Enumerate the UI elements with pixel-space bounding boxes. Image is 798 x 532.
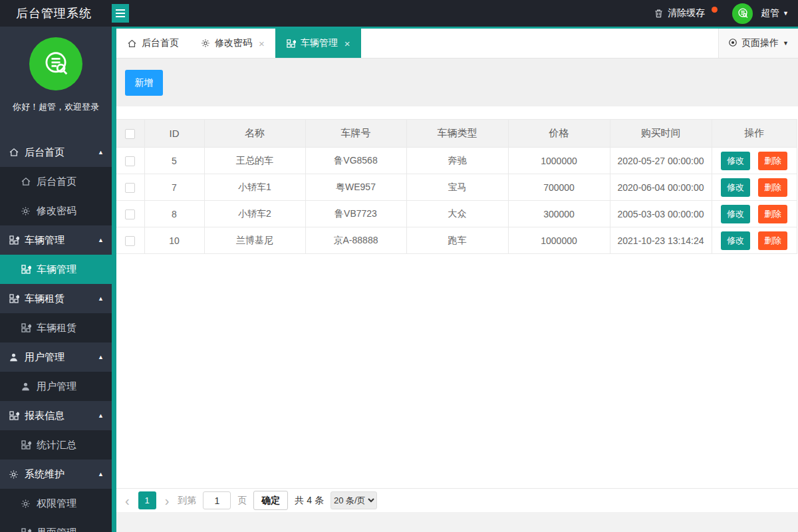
home-icon: [20, 176, 31, 188]
sidebar-toggle-button[interactable]: [112, 4, 129, 23]
target-icon: [728, 38, 737, 49]
cell-price: 1000000: [508, 227, 610, 254]
sidebar-item-permission-mgmt[interactable]: 权限管理: [0, 489, 112, 518]
cell-time: 2021-10-23 13:14:24: [610, 227, 712, 254]
sidebar-item-vehicle-rental-parent[interactable]: 车辆租赁 ▲: [0, 284, 112, 313]
edit-button[interactable]: 修改: [721, 178, 750, 197]
cell-id: 10: [144, 227, 204, 254]
column-header-id: ID: [144, 120, 204, 148]
home-icon: [127, 39, 137, 49]
tab-home[interactable]: 后台首页: [116, 29, 190, 58]
close-icon[interactable]: ×: [344, 38, 350, 49]
bottom-strip: [116, 512, 798, 532]
page-input[interactable]: [203, 491, 231, 509]
sidebar-item-interface-mgmt[interactable]: 界面管理: [0, 518, 112, 532]
cell-id: 5: [144, 148, 204, 174]
welcome-text: 你好！超管，欢迎登录: [0, 101, 112, 113]
edit-button[interactable]: 修改: [721, 152, 750, 170]
sidebar: 你好！超管，欢迎登录 后台首页 ▲ 后台首页 修改密码 车辆管理 ▲ 车辆管理: [0, 27, 112, 532]
delete-button[interactable]: 删除: [758, 205, 787, 223]
column-header-time: 购买时间: [610, 120, 712, 148]
gear-icon: [8, 469, 19, 480]
cell-plate: 粤WE957: [305, 174, 406, 201]
goto-suffix-label: 页: [237, 495, 247, 507]
delete-button[interactable]: 删除: [758, 152, 787, 170]
vehicle-table: ID 名称 车牌号 车辆类型 价格 购买时间 操作 5 王总的车 鲁VG856: [116, 119, 797, 254]
username: 超管: [761, 7, 779, 19]
next-page-icon[interactable]: ›: [163, 494, 172, 507]
row-checkbox[interactable]: [125, 236, 135, 246]
caret-down-icon: ▼: [783, 10, 789, 17]
cell-price: 700000: [508, 174, 610, 201]
top-header: 后台管理系统 清除缓存 超管 ▼: [0, 0, 798, 27]
gear-icon: [20, 498, 31, 509]
cell-name: 兰博基尼: [204, 227, 305, 254]
table-row: 8 小轿车2 鲁VB7723 大众 300000 2005-03-03 00:0…: [116, 201, 797, 227]
page-size-select[interactable]: 20 条/页: [331, 491, 377, 509]
collapse-arrow-icon: ▲: [98, 237, 104, 243]
user-icon: [20, 381, 31, 392]
sidebar-item-label: 车辆租赁: [37, 322, 76, 334]
sidebar-item-vehicle-rental[interactable]: 车辆租赁: [0, 313, 112, 342]
sidebar-item-user-mgmt[interactable]: 用户管理: [0, 372, 112, 401]
add-button[interactable]: 新增: [125, 70, 163, 96]
user-dropdown[interactable]: 超管 ▼: [761, 7, 789, 19]
cell-name: 小轿车1: [204, 174, 305, 201]
sidebar-item-label: 车辆租赁: [25, 293, 65, 305]
trash-icon: [654, 8, 664, 19]
page-operations-dropdown[interactable]: 页面操作 ▼: [718, 29, 798, 58]
sidebar-item-system-maintenance-parent[interactable]: 系统维护 ▲: [0, 460, 112, 489]
gear-icon: [200, 39, 210, 49]
user-icon: [8, 352, 19, 363]
edit-button[interactable]: 修改: [721, 231, 750, 250]
tab-vehicle-mgmt[interactable]: 车辆管理 ×: [275, 29, 361, 58]
table-header-row: ID 名称 车牌号 车辆类型 价格 购买时间 操作: [116, 120, 797, 148]
total-count-label: 共 4 条: [295, 495, 324, 507]
sidebar-item-vehicle-mgmt-parent[interactable]: 车辆管理 ▲: [0, 225, 112, 255]
prev-page-icon[interactable]: ‹: [123, 494, 132, 507]
caret-down-icon: ▼: [783, 40, 789, 47]
sidebar-item-vehicle-mgmt[interactable]: 车辆管理: [0, 255, 112, 284]
grid-icon: [8, 235, 19, 246]
row-checkbox[interactable]: [125, 209, 135, 219]
tab-change-password[interactable]: 修改密码 ×: [190, 29, 275, 58]
cell-type: 跑车: [406, 227, 508, 254]
delete-button[interactable]: 删除: [758, 231, 787, 250]
edit-button[interactable]: 修改: [721, 205, 750, 223]
sidebar-item-home-parent[interactable]: 后台首页 ▲: [0, 138, 112, 167]
sidebar-item-report-parent[interactable]: 报表信息 ▲: [0, 401, 112, 430]
clear-cache-button[interactable]: 清除缓存: [654, 7, 718, 19]
delete-button[interactable]: 删除: [758, 178, 787, 197]
column-header-ops: 操作: [712, 120, 797, 148]
select-all-checkbox[interactable]: [125, 129, 135, 139]
grid-icon: [286, 39, 296, 49]
close-icon[interactable]: ×: [259, 38, 265, 49]
sidebar-item-stats-summary[interactable]: 统计汇总: [0, 430, 112, 460]
page-number-button[interactable]: 1: [138, 491, 156, 509]
cell-id: 8: [144, 201, 204, 227]
sidebar-item-label: 用户管理: [37, 380, 76, 393]
table-row: 7 小轿车1 粤WE957 宝马 700000 2020-06-04 00:00…: [116, 174, 797, 201]
cell-plate: 鲁VG8568: [305, 148, 406, 174]
confirm-button[interactable]: 确定: [253, 491, 288, 510]
table-panel: ID 名称 车牌号 车辆类型 价格 购买时间 操作 5 王总的车 鲁VG856: [116, 106, 798, 532]
grid-icon: [20, 323, 31, 334]
row-checkbox[interactable]: [125, 183, 135, 193]
grid-icon: [20, 527, 31, 532]
cell-time: 2020-05-27 00:00:00: [610, 148, 712, 174]
sidebar-item-label: 后台首页: [37, 176, 76, 188]
avatar[interactable]: [732, 3, 753, 24]
grid-icon: [8, 293, 19, 305]
home-icon: [8, 147, 19, 158]
sidebar-item-label: 车辆管理: [37, 263, 76, 276]
sidebar-item-user-mgmt-parent[interactable]: 用户管理 ▲: [0, 342, 112, 372]
tab-label: 后台首页: [142, 37, 179, 49]
collapse-arrow-icon: ▲: [98, 149, 104, 156]
sidebar-item-label: 界面管理: [37, 527, 76, 532]
row-checkbox[interactable]: [125, 156, 135, 166]
sidebar-item-label: 用户管理: [25, 351, 65, 364]
table-row: 10 兰博基尼 京A-88888 跑车 1000000 2021-10-23 1…: [116, 227, 797, 254]
sidebar-item-change-password[interactable]: 修改密码: [0, 196, 112, 225]
table-row: 5 王总的车 鲁VG8568 奔驰 1000000 2020-05-27 00:…: [116, 148, 797, 174]
sidebar-item-home[interactable]: 后台首页: [0, 167, 112, 196]
